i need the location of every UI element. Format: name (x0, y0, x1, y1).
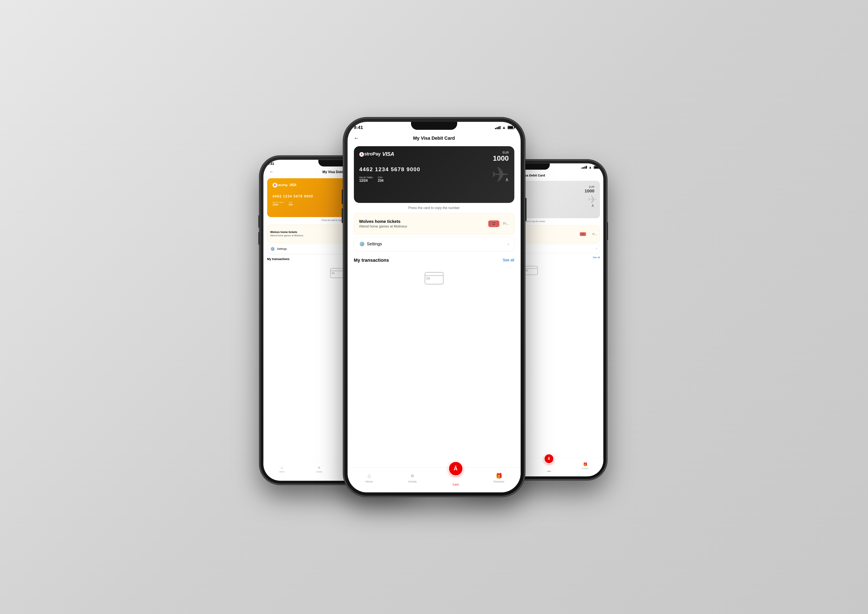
activity-icon-left: ≡ (318, 465, 320, 470)
wifi-icon-center: ▲ (502, 126, 506, 130)
press-copy-center: Press the card to copy the number (347, 206, 521, 210)
astropay-brand-left: ĀstroPay (273, 183, 288, 188)
card-watermark-right: ✈ (587, 192, 597, 206)
settings-row-center[interactable]: ⚙️ Settings › (354, 237, 514, 251)
nav-home-center[interactable]: ⌂ Home (362, 473, 377, 483)
settings-arrow-center: › (508, 242, 509, 247)
screen-content-center: 9:41 ▲ (347, 122, 521, 492)
a-letter-left: Ā (273, 183, 277, 188)
see-all-right[interactable]: See all (593, 256, 600, 259)
vol-down-button-center[interactable] (342, 208, 343, 223)
promo-icon-center: 🎟️ (487, 217, 500, 230)
scene: 9:41 ▲ (35, 23, 833, 591)
settings-gear-icon-left: ⚙️ (270, 247, 275, 251)
promo-more-right: Fr... (592, 233, 597, 236)
transaction-card-icon-center (424, 270, 445, 285)
bottom-nav-center: ⌂ Home ≡ Activity Ā 💳 Card 🎁 Rewards (347, 467, 521, 492)
nav-rewards-right[interactable]: 🎁 Rewards (580, 462, 591, 469)
valid-value-center: 12/24 (360, 179, 373, 183)
card-currency-right: EUR (585, 185, 595, 188)
home-icon-center: ⌂ (367, 473, 371, 479)
promo-more-center: Fr... (503, 222, 509, 226)
transactions-title-center: My transactions (354, 257, 389, 263)
card-amount-right: EUR 1000 (585, 185, 595, 193)
cvv-label-center: CVV (378, 177, 383, 179)
fab-button-right[interactable]: Ā (544, 454, 554, 464)
valid-label-left: VALID THRU (273, 202, 284, 203)
promo-desc-center: Attend home games at Molineux (359, 225, 484, 228)
cvv-value-center: 234 (378, 179, 383, 183)
screen-center: 9:41 ▲ (347, 122, 521, 492)
promo-title-center: Wolves home tickets (359, 219, 484, 224)
phone-center: 9:41 ▲ (344, 118, 524, 496)
time-center: 9:41 (354, 125, 363, 130)
nav-rewards-center[interactable]: 🎁 Rewards (491, 473, 506, 483)
header-center: ← My Visa Debit Card (347, 133, 521, 143)
valid-value-left: 12/24 (273, 203, 284, 206)
card-details-center: VALID THRU 12/24 CVV 234 (360, 177, 384, 183)
nav-activity-left[interactable]: ≡ Activity (313, 465, 325, 473)
settings-label-left: Settings (277, 247, 287, 250)
svg-rect-5 (426, 277, 430, 280)
nav-home-left[interactable]: ⌂ Home (276, 465, 288, 473)
nav-card-center[interactable]: Ā 💳 Card (448, 470, 463, 486)
vol-up-button[interactable] (258, 215, 260, 228)
activity-icon-center: ≡ (411, 473, 414, 479)
visa-logo-left: VISA (290, 183, 296, 187)
rewards-icon-right: 🎁 (583, 462, 587, 466)
signal-icon-right (581, 166, 587, 169)
battery-icon-center (508, 126, 514, 129)
cvv-value-left: 234 (289, 203, 293, 206)
settings-gear-icon-center: ⚙️ (359, 241, 365, 247)
battery-icon-right (594, 166, 599, 169)
transaction-card-icon-right (523, 264, 539, 276)
power-button-right[interactable] (607, 222, 608, 240)
rewards-icon-center: 🎁 (496, 473, 502, 479)
visa-logo-center: VISA (382, 151, 394, 157)
card-logo-left: ĀstroPay VISA (273, 183, 296, 188)
back-button-left[interactable]: ← (270, 170, 273, 174)
battery-fill-right (594, 166, 598, 168)
transactions-title-left: My transactions (267, 257, 290, 260)
status-icons-right: ▲ (581, 165, 599, 169)
card-watermark-center: ✈ (491, 162, 509, 187)
settings-arrow-right: › (596, 247, 597, 250)
notch-center (411, 122, 457, 130)
nav-activity-center[interactable]: ≡ Activity (405, 473, 420, 483)
astropay-brand-center: ĀstroPay (360, 151, 381, 157)
transactions-header-center: My transactions See all (347, 254, 521, 265)
power-button-center[interactable] (525, 198, 527, 221)
svg-rect-2 (332, 272, 335, 274)
card-amount-center: EUR 1000 (493, 151, 509, 162)
cvv-label-left: CVV (289, 202, 293, 203)
settings-label-center: Settings (367, 242, 382, 247)
valid-label-center: VALID THRU (360, 177, 373, 179)
home-icon-left: ⌂ (281, 465, 283, 470)
wifi-icon-right: ▲ (589, 165, 592, 169)
transaction-empty-center (347, 265, 521, 290)
card-currency-center: EUR (493, 151, 509, 154)
vol-down-button[interactable] (258, 232, 260, 245)
svg-rect-8 (525, 270, 528, 271)
battery-fill-center (508, 126, 513, 129)
card-number-center: 4462 1234 5678 9000 (360, 166, 509, 173)
page-title-center: My Visa Debit Card (413, 135, 455, 141)
vol-up-button-center[interactable] (342, 189, 343, 204)
signal-icon-center (495, 126, 501, 129)
card-logo-center: ĀstroPay VISA (360, 151, 394, 157)
back-button-center[interactable]: ← (354, 135, 360, 141)
nav-card-right[interactable]: Ā 💳 Card (544, 459, 555, 472)
fab-button-center[interactable]: Ā (448, 461, 463, 476)
promo-banner-center[interactable]: Wolves home tickets Attend home games at… (354, 213, 514, 234)
see-all-center[interactable]: See all (502, 258, 514, 262)
time-left: 9:41 (268, 162, 274, 166)
card-value-center: 1000 (493, 154, 509, 162)
card-details-left: VALID THRU 12/24 CVV 234 (273, 202, 293, 206)
status-icons-center: ▲ (495, 126, 514, 130)
promo-icon-right: 🎟️ (577, 228, 589, 240)
a-letter-center: Ā (360, 152, 364, 157)
debit-card-center[interactable]: ĀstroPay VISA EUR 1000 4462 1234 5678 90… (354, 146, 514, 203)
